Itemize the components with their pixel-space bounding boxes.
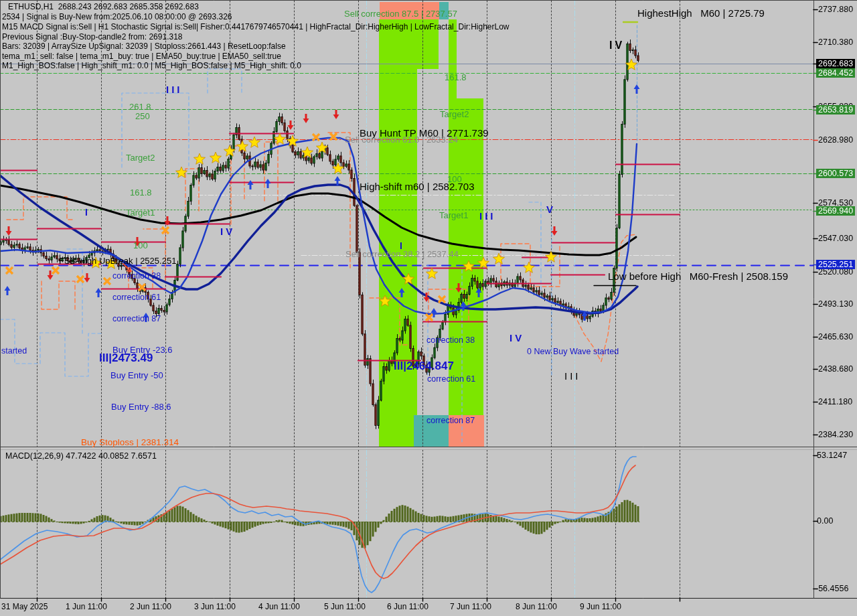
buy-entry-886-label: Buy Entry -88.6 — [111, 402, 171, 412]
high-shift-label: High-shift m60 | 2582.703 — [360, 181, 475, 193]
fib-100-left-label: 100 — [133, 241, 148, 250]
bos-shift-line: M1_High_BOS:false | High_shift_m1: 0.0 |… — [2, 62, 301, 70]
macd-indicator-label: MACD(12,26,9) 47.7422 40.0852 7.6571 — [5, 452, 157, 461]
new-buy-wave-label: 0 New Buy Wave started — [527, 348, 619, 357]
time-label: 9 Jun 11:00 — [580, 602, 621, 611]
wave-i-left-label: I — [85, 208, 88, 218]
wave-iv-top-label: IV — [609, 40, 625, 52]
highest-high-label: HighestHigh M60 | 2725.79 — [637, 8, 765, 19]
time-label: 4 Jun 11:00 — [258, 602, 300, 611]
wave-i-small-label: I — [400, 241, 402, 251]
time-label: 3 Jun 11:00 — [194, 602, 236, 611]
time-label: 1 Jun 11:00 — [66, 602, 107, 611]
macd-axis-label: 53.1247 — [817, 451, 847, 460]
wave-iv-center-label: IV — [510, 333, 524, 344]
wave-iv-left-label: IV — [220, 226, 235, 238]
price-badge-current: 2692.683 — [816, 59, 855, 68]
price-badge-level: 2684.452 — [816, 68, 855, 78]
bars-info-line: Bars: 32039 | ArraySize UpSignal: 32039 … — [2, 42, 286, 51]
time-label: 7 Jun 11:00 — [450, 602, 491, 611]
wave-started-edge-label: started — [1, 347, 27, 356]
price-label: 2737.880 — [818, 5, 853, 14]
wave-iii-black-label: III — [564, 371, 581, 382]
tema-ema-line: tema_m1_sell: false | tema_m1_buy: true … — [2, 52, 281, 61]
price-label: 2493.130 — [818, 299, 853, 309]
wave3-2464-label: III|2464.847 — [394, 360, 454, 373]
sell-correction-618-label: Sell correction 61.8 | 2633.24 — [345, 135, 458, 145]
correction-87-center-label: correction 87 — [426, 416, 475, 426]
fib-1618-left-label: 161.8 — [130, 188, 152, 198]
wave-v-label: V — [546, 204, 553, 216]
price-badge-level: 2600.573 — [816, 169, 855, 178]
chart-canvas[interactable] — [0, 0, 857, 616]
correction-38-center-label: correction 38 — [426, 336, 475, 345]
correction-38-left-label: correction 38 — [112, 272, 161, 281]
fib-250-label: 250 — [135, 112, 150, 121]
low-before-high-label: Low before High M60-Fresh | 2508.159 — [608, 271, 788, 283]
fsb-high-upbreak-label: FSB-High UpBreak | 2525.251 — [59, 256, 176, 266]
buy-entry-50-label: Buy Entry -50 — [110, 371, 163, 380]
macd-axis-label: -56.4556 — [815, 584, 848, 593]
time-label: 8 Jun 11:00 — [516, 602, 557, 611]
price-label: 2438.680 — [818, 364, 853, 374]
trading-chart-window: ETHUSD,H1 2688.243 2692.683 2685.358 269… — [0, 0, 857, 616]
price-label: 2710.380 — [818, 37, 853, 47]
time-label: 5 Jun 11:00 — [324, 602, 366, 611]
price-badge-level: 2653.819 — [816, 105, 855, 114]
fib-1618-center-label: 161.8 — [445, 73, 467, 82]
sell-correction-875-label: Sell correction 87.5 | 2737.57 — [344, 9, 457, 19]
correction-61-left-label: correction 61 — [112, 293, 161, 303]
symbol-ohlc-line: ETHUSD,H1 2688.243 2692.683 2685.358 269… — [8, 3, 199, 11]
correction-87-left-label: correction 87 — [112, 315, 161, 324]
signal-line: 2534 | Signal is Buy-New from:2025.06.10… — [2, 13, 232, 21]
time-label: 6 Jun 11:00 — [387, 602, 428, 611]
time-label: 2 Jun 11:00 — [130, 602, 171, 611]
price-label: 2465.630 — [818, 332, 853, 341]
target2-center-label: Target2 — [440, 110, 469, 119]
target1-left-label: Target1 — [126, 208, 155, 218]
wave-iii-topleft-label: III — [166, 84, 183, 96]
price-label: 2547.030 — [818, 234, 853, 243]
price-badge-level: 2525.251 — [816, 260, 855, 269]
price-label: 2628.980 — [818, 135, 853, 145]
target2-left-label: Target2 — [126, 153, 155, 163]
time-label: 31 May 2025 — [1, 602, 48, 611]
target1-center-label: Target1 — [439, 211, 468, 220]
correction-61-center-label: correction 61 — [427, 375, 475, 384]
wave-iii-blue-mid-label: III — [479, 211, 496, 222]
previous-signal-line: Previous Signal :Buy-Stop-candle2 from: … — [2, 33, 183, 42]
price-label: 2411.180 — [818, 397, 852, 406]
buy-stoploss-label: Buy Stoploss | 2381.314 — [81, 438, 179, 448]
price-label: 2384.230 — [818, 430, 853, 439]
macd-axis-label: 0.00 — [817, 516, 833, 526]
indicator-status-line: M15 MACD Signal is:Sell | H1 Stochastic … — [2, 23, 510, 31]
buy-entry-236-label: Buy Entry -23.6 — [112, 345, 173, 355]
price-badge-level: 2569.940 — [816, 206, 855, 216]
